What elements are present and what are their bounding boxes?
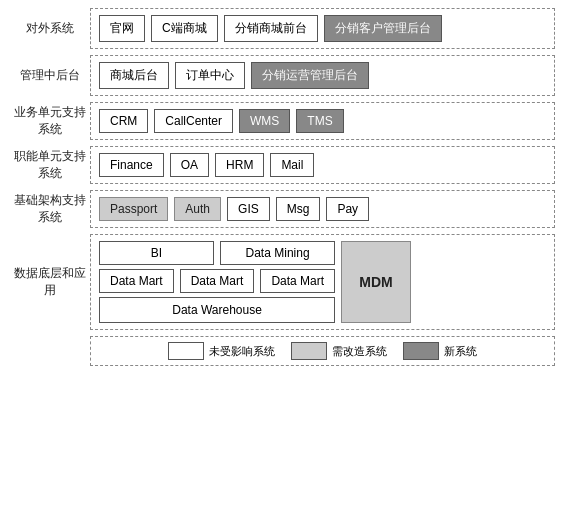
box-crm: CRM — [99, 109, 148, 133]
data-left-col: BI Data Mining Data Mart Data Mart Data … — [99, 241, 335, 323]
box-datamart-2: Data Mart — [180, 269, 255, 293]
box-dingdan: 订单中心 — [175, 62, 245, 89]
box-fenxiao-qiantai: 分销商城前台 — [224, 15, 318, 42]
row-zhineng: 职能单元支持系统 Finance OA HRM Mail — [10, 146, 555, 184]
box-datamining: Data Mining — [220, 241, 335, 265]
data-mid-row: Data Mart Data Mart Data Mart — [99, 269, 335, 293]
legend-text-modified: 需改造系统 — [332, 344, 387, 359]
row-yewu: 业务单元支持系统 CRM CallCenter WMS TMS — [10, 102, 555, 140]
label-yewu: 业务单元支持系统 — [10, 102, 90, 140]
box-hrm: HRM — [215, 153, 264, 177]
box-fenxiao-yunying: 分销运营管理后台 — [251, 62, 369, 89]
label-zhineng: 职能单元支持系统 — [10, 146, 90, 184]
row-data: 数据底层和应用 BI Data Mining Data Mart Data Ma… — [10, 234, 555, 330]
data-top-row: BI Data Mining — [99, 241, 335, 265]
row-jichu: 基础架构支持系统 Passport Auth GIS Msg Pay — [10, 190, 555, 228]
box-bi: BI — [99, 241, 214, 265]
content-data: BI Data Mining Data Mart Data Mart Data … — [90, 234, 555, 330]
box-tms: TMS — [296, 109, 343, 133]
legend-text-new: 新系统 — [444, 344, 477, 359]
legend-text-unaffected: 未受影响系统 — [209, 344, 275, 359]
legend-modified: 需改造系统 — [291, 342, 387, 360]
label-duiwai: 对外系统 — [10, 8, 90, 49]
legend-box-dark — [403, 342, 439, 360]
data-inner: BI Data Mining Data Mart Data Mart Data … — [99, 241, 411, 323]
content-yewu: CRM CallCenter WMS TMS — [90, 102, 555, 140]
box-wms: WMS — [239, 109, 290, 133]
box-mail: Mail — [270, 153, 314, 177]
label-data: 数据底层和应用 — [10, 234, 90, 330]
box-gis: GIS — [227, 197, 270, 221]
box-fenxiao-kehu: 分销客户管理后台 — [324, 15, 442, 42]
legend-unaffected: 未受影响系统 — [168, 342, 275, 360]
box-mdm: MDM — [341, 241, 411, 323]
legend-box-normal — [168, 342, 204, 360]
legend-box-gray — [291, 342, 327, 360]
box-msg: Msg — [276, 197, 321, 221]
content-jichu: Passport Auth GIS Msg Pay — [90, 190, 555, 228]
content-guanli: 商城后台 订单中心 分销运营管理后台 — [90, 55, 555, 96]
box-shangcheng-houtai: 商城后台 — [99, 62, 169, 89]
legend-new: 新系统 — [403, 342, 477, 360]
box-cduan: C端商城 — [151, 15, 218, 42]
content-duiwai: 官网 C端商城 分销商城前台 分销客户管理后台 — [90, 8, 555, 49]
content-zhineng: Finance OA HRM Mail — [90, 146, 555, 184]
box-datamart-3: Data Mart — [260, 269, 335, 293]
row-legend: 未受影响系统 需改造系统 新系统 — [10, 336, 555, 366]
box-datawarehouse: Data Warehouse — [99, 297, 335, 323]
box-auth: Auth — [174, 197, 221, 221]
box-callcenter: CallCenter — [154, 109, 233, 133]
box-guanwang: 官网 — [99, 15, 145, 42]
architecture-diagram: 对外系统 官网 C端商城 分销商城前台 分销客户管理后台 管理中后台 商城后台 … — [0, 0, 565, 374]
row-duiwai: 对外系统 官网 C端商城 分销商城前台 分销客户管理后台 — [10, 8, 555, 49]
box-finance: Finance — [99, 153, 164, 177]
box-oa: OA — [170, 153, 209, 177]
box-pay: Pay — [326, 197, 369, 221]
label-guanli: 管理中后台 — [10, 55, 90, 96]
label-jichu: 基础架构支持系统 — [10, 190, 90, 228]
row-guanli: 管理中后台 商城后台 订单中心 分销运营管理后台 — [10, 55, 555, 96]
legend-content: 未受影响系统 需改造系统 新系统 — [90, 336, 555, 366]
box-passport: Passport — [99, 197, 168, 221]
box-datamart-1: Data Mart — [99, 269, 174, 293]
